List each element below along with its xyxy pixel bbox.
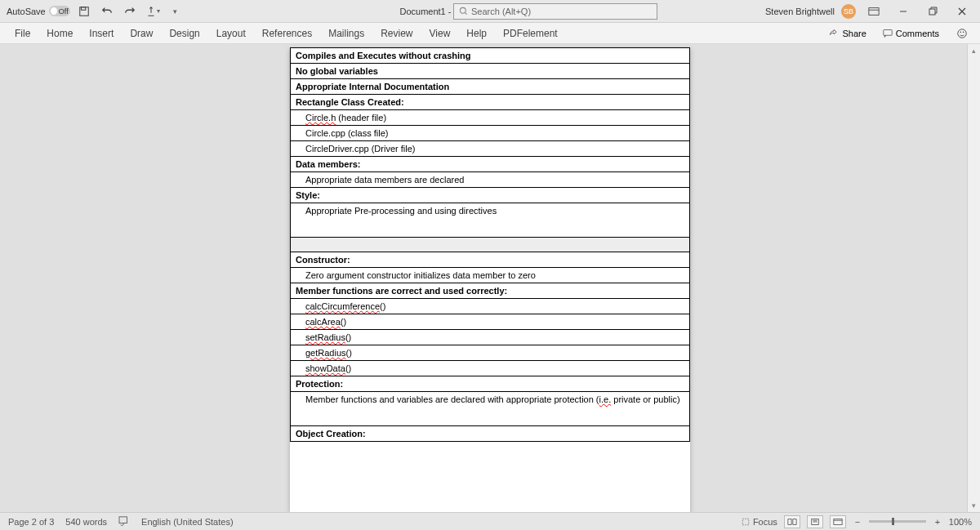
tab-file[interactable]: File — [7, 28, 38, 39]
qat-more-icon[interactable]: ▾ — [167, 2, 185, 20]
minimize-button[interactable] — [892, 3, 915, 20]
table-row: Circle.cpp (class file) — [291, 126, 690, 141]
search-icon — [459, 7, 468, 16]
share-icon — [829, 29, 839, 38]
table-row: Appropriate Internal Documentation — [291, 79, 690, 95]
table-row — [291, 238, 690, 252]
table-row: calcCircumference() — [291, 299, 690, 314]
table-row: calcArea() — [291, 314, 690, 330]
zoom-in-button[interactable]: + — [933, 517, 942, 527]
svg-rect-9 — [119, 516, 127, 523]
table-row: Constructor: — [291, 252, 690, 268]
tab-references[interactable]: References — [254, 28, 320, 39]
zoom-slider[interactable] — [869, 520, 926, 523]
svg-point-7 — [960, 31, 961, 32]
scroll-down-icon[interactable]: ▾ — [969, 501, 979, 510]
ribbon-display-icon[interactable] — [862, 3, 885, 20]
tab-insert[interactable]: Insert — [81, 28, 122, 39]
tab-pdfelement[interactable]: PDFelement — [495, 28, 566, 39]
focus-label: Focus — [753, 517, 777, 527]
zoom-out-button[interactable]: − — [853, 517, 862, 527]
tab-help[interactable]: Help — [458, 28, 495, 39]
zoom-level[interactable]: 100% — [949, 517, 972, 527]
table-row: Rectangle Class Created: — [291, 95, 690, 110]
scroll-up-icon[interactable]: ▴ — [969, 46, 979, 56]
focus-icon — [741, 517, 751, 527]
search-placeholder: Search (Alt+Q) — [471, 7, 531, 16]
table-row: Style: — [291, 188, 690, 203]
language-indicator[interactable]: English (United States) — [141, 517, 234, 527]
table-row: Appropriate Pre-processing and using dir… — [291, 203, 690, 238]
autosave-toggle[interactable]: AutoSave Off — [7, 6, 70, 16]
svg-rect-12 — [834, 519, 842, 524]
svg-rect-4 — [929, 9, 935, 15]
autosave-state: Off — [59, 7, 69, 16]
tab-view[interactable]: View — [421, 28, 459, 39]
document-page[interactable]: Compiles and Executes without crashingNo… — [290, 47, 690, 512]
statusbar: Page 2 of 3 540 words English (United St… — [0, 512, 980, 530]
table-row: Member functions are correct and used co… — [291, 283, 690, 299]
web-layout-icon[interactable] — [830, 515, 846, 528]
comments-button[interactable]: Comments — [878, 27, 944, 40]
spellcheck-icon[interactable] — [118, 516, 130, 528]
save-icon[interactable] — [75, 2, 93, 20]
vertical-scrollbar[interactable]: ▴ ▾ — [967, 44, 980, 512]
svg-rect-5 — [884, 29, 893, 35]
document-area: Compiles and Executes without crashingNo… — [0, 44, 980, 512]
svg-point-6 — [958, 29, 967, 38]
share-button[interactable]: Share — [824, 27, 871, 40]
ribbon-tabs: FileHomeInsertDrawDesignLayoutReferences… — [0, 23, 980, 44]
user-avatar[interactable]: SB — [841, 4, 856, 19]
autosave-label: AutoSave — [7, 7, 46, 16]
close-button[interactable] — [951, 3, 973, 20]
word-count[interactable]: 540 words — [65, 517, 107, 527]
comment-icon — [883, 29, 893, 38]
focus-button[interactable]: Focus — [741, 517, 777, 527]
tab-layout[interactable]: Layout — [208, 28, 254, 39]
svg-point-2 — [460, 7, 466, 13]
redo-icon[interactable] — [121, 2, 139, 20]
comments-label: Comments — [896, 29, 939, 38]
table-row: Appropriate data members are declared — [291, 172, 690, 188]
svg-rect-1 — [81, 7, 85, 10]
tab-review[interactable]: Review — [372, 28, 421, 39]
table-row: Object Creation: — [291, 426, 690, 442]
share-label: Share — [842, 29, 866, 38]
tab-home[interactable]: Home — [38, 28, 81, 39]
tab-mailings[interactable]: Mailings — [320, 28, 372, 39]
search-input[interactable]: Search (Alt+Q) — [453, 3, 657, 20]
read-mode-icon[interactable] — [784, 515, 800, 528]
table-row: CircleDriver.cpp (Driver file) — [291, 141, 690, 157]
table-row: Member functions and variables are decla… — [291, 392, 690, 426]
svg-point-8 — [963, 31, 964, 32]
toggle-switch[interactable]: Off — [49, 6, 70, 16]
table-row: Zero argument constructor initializes da… — [291, 268, 690, 283]
user-name: Steven Brightwell — [765, 7, 835, 16]
print-layout-icon[interactable] — [807, 515, 823, 528]
table-row: getRadius() — [291, 345, 690, 361]
smiley-icon[interactable] — [951, 25, 973, 42]
maximize-button[interactable] — [921, 3, 944, 20]
table-row: setRadius() — [291, 330, 690, 345]
titlebar: AutoSave Off ▾ ▾ Document1 - Word Search… — [0, 0, 980, 23]
table-row: Protection: — [291, 376, 690, 392]
tab-draw[interactable]: Draw — [122, 28, 161, 39]
rubric-table: Compiles and Executes without crashingNo… — [290, 47, 690, 442]
page-indicator[interactable]: Page 2 of 3 — [8, 517, 54, 527]
svg-rect-10 — [742, 519, 749, 525]
table-row: Circle.h (header file) — [291, 110, 690, 126]
undo-icon[interactable] — [98, 2, 116, 20]
table-row: Data members: — [291, 157, 690, 172]
svg-rect-3 — [869, 7, 879, 15]
table-row: No global variables — [291, 64, 690, 79]
tab-design[interactable]: Design — [161, 28, 207, 39]
table-row: Compiles and Executes without crashing — [291, 48, 690, 64]
table-row: showData() — [291, 361, 690, 376]
touch-mode-icon[interactable]: ▾ — [144, 2, 162, 20]
